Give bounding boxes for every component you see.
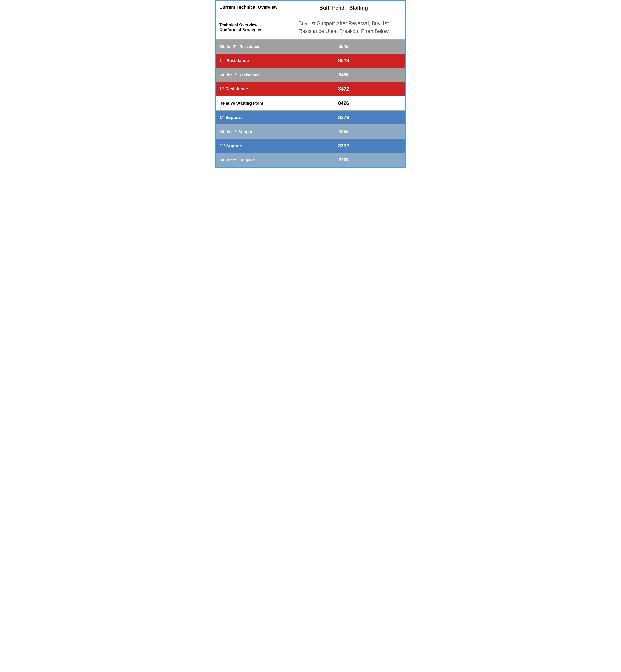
col-right-relative-starting-point: 8426 [282,96,405,110]
row-1st-support: 1st Support8379 [216,111,405,125]
value-2nd-resistance: 8519 [338,58,349,64]
value-sl-1st-resistance: 8496 [338,72,348,77]
label-text-2nd-resistance: 2nd Resistance [219,58,249,63]
superscript-1st-support: st [222,115,224,118]
col-right-1st-support: 8379 [282,111,405,124]
value-sl-1st-support: 8355 [338,129,348,134]
value-1st-resistance: 8472 [338,86,349,92]
strategies-right-text: Buy 1st Support After Reversal, Buy 1st … [286,19,402,35]
label-text-2nd-support: 2nd Support [219,143,243,149]
superscript-1st-resistance: st [222,86,224,89]
col-right-sl-1st-resistance: 8496 [282,68,405,82]
row-1st-resistance: 1st Resistance8472 [216,82,405,96]
value-sl-2nd-resistance: 8543 [338,44,348,49]
strategies-left-label: Technical Overview Conformist Strategies [219,23,278,32]
col-right-2nd-resistance: 8519 [282,54,405,68]
row-sl-1st-support: S/L for 1st Support8355 [216,125,405,139]
col-right-1st-resistance: 8472 [282,82,405,96]
header-left-label: Current Technical Overview [219,5,277,10]
superscript-sl-2nd-support: nd [235,158,238,161]
col-right-2nd-support: 8332 [282,139,405,153]
col-left-sl-2nd-support: S/L for 2nd Support [216,153,282,167]
col-left-1st-support: 1st Support [216,111,282,124]
col-left-relative-starting-point: Relative Starting Point [216,96,282,110]
superscript-sl-1st-resistance: st [235,73,238,75]
row-sl-2nd-resistance: S/L for 2nd Resistance8543 [216,40,405,54]
row-sl-1st-resistance: S/L for 1st Resistance8496 [216,68,405,82]
header-right-label: Bull Trend - Stalling [319,5,368,11]
superscript-sl-1st-support: st [235,129,238,132]
row-relative-starting-point: Relative Starting Point8426 [216,96,405,111]
superscript-2nd-support: nd [222,143,225,146]
label-text-relative-starting-point: Relative Starting Point [219,101,263,106]
col-right-sl-1st-support: 8355 [282,125,405,138]
col-left-2nd-support: 2nd Support [216,139,282,153]
value-sl-2nd-support: 8308 [338,157,348,163]
label-text-sl-1st-support: S/L for 1st Support [219,129,254,134]
row-sl-2nd-support: S/L for 2nd Support8308 [216,153,405,167]
row-2nd-resistance: 2nd Resistance8519 [216,54,405,68]
label-text-sl-2nd-resistance: S/L for 2nd Resistance [219,44,260,49]
superscript-sl-2nd-resistance: nd [235,44,238,47]
header-right: Bull Trend - Stalling [282,1,405,15]
col-left-sl-1st-resistance: S/L for 1st Resistance [216,68,282,82]
strategies-row: Technical Overview Conformist Strategies… [216,15,405,40]
col-right-sl-2nd-support: 8308 [282,153,405,167]
strategies-left: Technical Overview Conformist Strategies [216,15,282,39]
col-left-sl-2nd-resistance: S/L for 2nd Resistance [216,40,282,53]
label-text-sl-1st-resistance: S/L for 1st Resistance [219,73,259,77]
header-left: Current Technical Overview [216,1,282,15]
strategies-right: Buy 1st Support After Reversal, Buy 1st … [282,15,405,39]
label-text-1st-support: 1st Support [219,115,242,120]
col-left-sl-1st-support: S/L for 1st Support [216,125,282,138]
header-row: Current Technical Overview Bull Trend - … [216,1,405,15]
value-relative-starting-point: 8426 [338,100,349,106]
label-text-1st-resistance: 1st Resistance [219,86,248,91]
main-table: Current Technical Overview Bull Trend - … [215,0,406,168]
superscript-2nd-resistance: nd [222,58,225,61]
row-2nd-support: 2nd Support8332 [216,139,405,153]
col-right-sl-2nd-resistance: 8543 [282,40,405,53]
col-left-1st-resistance: 1st Resistance [216,82,282,96]
value-2nd-support: 8332 [338,143,349,149]
value-1st-support: 8379 [338,115,349,120]
col-left-2nd-resistance: 2nd Resistance [216,54,282,68]
label-text-sl-2nd-support: S/L for 2nd Support [219,158,255,162]
